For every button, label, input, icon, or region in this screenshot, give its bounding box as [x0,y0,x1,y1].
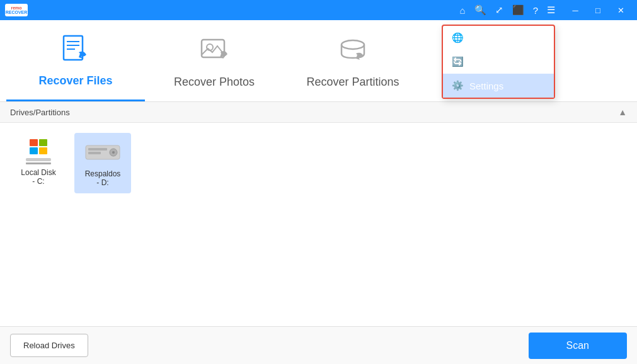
menu-item-update[interactable]: 🔄 Update [443,50,554,74]
logo-box: remo RECOVER [5,4,28,16]
title-bar-icons: ⌂ 🔍 ⤢ ⬛ ? ☰ 🌐 Language › 🔄 Update ⚙️ Set… [460,0,632,20]
menu-item-update-label: Update [469,57,500,67]
tab-recover-photos-label: Recover Photos [174,76,255,89]
collapse-button[interactable]: ▲ [618,107,627,117]
minimize-button[interactable]: ─ [564,0,587,20]
main-content: Local Disk - C: Respaldos - D: [0,123,637,323]
help-icon[interactable]: ? [533,5,538,16]
update-icon: 🔄 [452,56,463,67]
scan-button[interactable]: Scan [529,333,627,359]
recover-photos-icon [198,33,230,71]
app-logo: remo RECOVER [5,4,28,16]
settings-icon: ⚙️ [452,80,463,91]
reload-drives-button[interactable]: Reload Drives [10,334,88,357]
drive-d-label: Respaldos - D: [83,169,122,187]
hamburger-area: ☰ 🌐 Language › 🔄 Update ⚙️ Settings [547,4,555,16]
svg-point-6 [341,40,364,49]
drive-area: Local Disk - C: Respaldos - D: [0,123,637,203]
tab-recover-photos[interactable]: Recover Photos [145,20,284,101]
language-icon: 🌐 [452,32,463,43]
menu-icon[interactable]: ☰ [547,4,555,15]
drive-item-c[interactable]: Local Disk - C: [10,133,67,193]
home-icon[interactable]: ⌂ [460,5,466,16]
close-button[interactable]: ✕ [609,0,632,20]
svg-rect-9 [88,152,101,154]
tab-recover-files-label: Recover Files [38,74,112,88]
export-icon[interactable]: ⬛ [512,4,524,16]
svg-point-11 [112,151,115,154]
hdd-drive-icon [84,139,122,166]
menu-item-language-label: Language [469,33,512,43]
section-header-drives: Drives/Partitions ▲ [0,102,637,123]
dropdown-menu: 🌐 Language › 🔄 Update ⚙️ Settings [442,25,555,99]
footer: Reload Drives Scan [0,326,637,364]
tab-recover-files[interactable]: Recover Files [6,20,145,101]
menu-item-settings[interactable]: ⚙️ Settings [443,74,554,98]
tab-recover-partitions[interactable]: Recover Partitions [284,20,422,101]
drive-item-d[interactable]: Respaldos - D: [74,133,131,193]
windows-drive-icon [26,139,51,164]
recover-partitions-icon [337,33,369,71]
tab-recover-partitions-label: Recover Partitions [306,76,399,89]
maximize-button[interactable]: □ [587,0,609,20]
recover-files-icon [60,32,91,69]
chevron-right-icon: › [542,33,545,43]
drive-c-label: Local Disk - C: [19,168,58,186]
title-bar: remo RECOVER ⌂ 🔍 ⤢ ⬛ ? ☰ 🌐 Language › 🔄 … [0,0,637,20]
search-icon[interactable]: 🔍 [474,4,486,16]
drives-section-title: Drives/Partitions [10,108,70,117]
svg-rect-8 [88,148,107,151]
menu-item-language[interactable]: 🌐 Language › [443,26,554,50]
share-icon[interactable]: ⤢ [495,4,503,16]
window-controls: ─ □ ✕ [564,0,632,20]
menu-item-settings-label: Settings [469,81,503,91]
